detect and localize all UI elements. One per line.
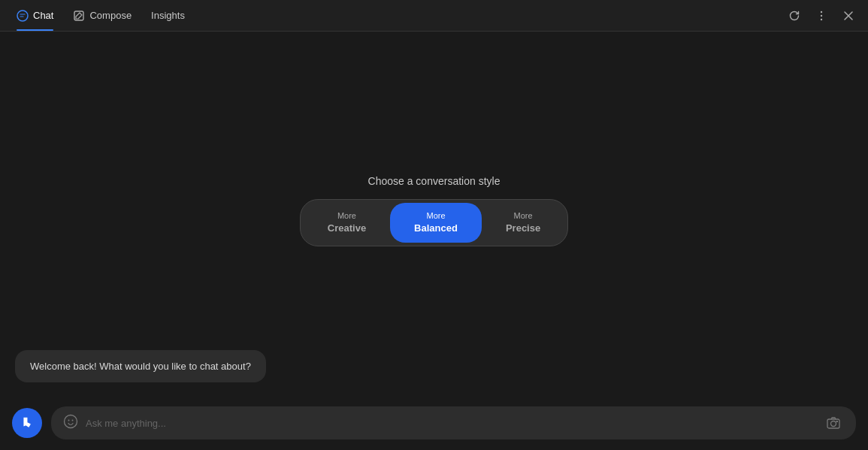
svg-point-9 bbox=[831, 421, 836, 427]
svg-point-0 bbox=[17, 11, 28, 21]
creative-sub-label: More bbox=[337, 210, 356, 222]
svg-point-5 bbox=[65, 415, 77, 427]
style-btn-precise[interactable]: More Precise bbox=[482, 203, 564, 243]
compose-label: Compose bbox=[89, 10, 132, 21]
camera-button[interactable] bbox=[823, 412, 844, 433]
style-btn-creative[interactable]: More Creative bbox=[304, 203, 390, 243]
welcome-message: Welcome back! What would you like to cha… bbox=[30, 361, 251, 372]
smiley-icon bbox=[63, 414, 78, 433]
svg-point-6 bbox=[68, 419, 70, 421]
svg-point-3 bbox=[821, 14, 822, 16]
chat-input[interactable] bbox=[86, 418, 815, 429]
main-content: Choose a conversation style More Creativ… bbox=[0, 32, 868, 450]
refresh-button[interactable] bbox=[784, 5, 805, 26]
balanced-main-label: Balanced bbox=[414, 222, 458, 235]
nav-item-insights[interactable]: Insights bbox=[144, 5, 192, 26]
style-btn-balanced[interactable]: More Balanced bbox=[390, 203, 482, 243]
chat-icon bbox=[17, 10, 29, 22]
svg-rect-10 bbox=[836, 421, 839, 422]
bing-logo-button[interactable] bbox=[12, 408, 42, 438]
nav-item-chat[interactable]: Chat bbox=[9, 5, 61, 26]
input-area bbox=[0, 396, 868, 450]
precise-sub-label: More bbox=[514, 210, 533, 222]
welcome-bubble: Welcome back! What would you like to cha… bbox=[15, 350, 266, 382]
compose-icon bbox=[73, 10, 85, 22]
conversation-style-section: Choose a conversation style More Creativ… bbox=[300, 175, 568, 247]
insights-label: Insights bbox=[151, 10, 185, 21]
close-button[interactable] bbox=[838, 5, 859, 26]
header: Chat Compose Insights bbox=[0, 0, 868, 32]
conversation-style-label: Choose a conversation style bbox=[368, 175, 501, 187]
svg-point-2 bbox=[821, 11, 822, 12]
chat-label: Chat bbox=[33, 10, 53, 21]
balanced-sub-label: More bbox=[426, 210, 445, 222]
svg-point-4 bbox=[821, 18, 822, 20]
svg-point-7 bbox=[72, 419, 74, 421]
svg-rect-8 bbox=[827, 419, 839, 428]
precise-main-label: Precise bbox=[506, 222, 540, 235]
creative-main-label: Creative bbox=[328, 222, 366, 235]
more-options-button[interactable] bbox=[811, 5, 832, 26]
style-buttons-group: More Creative More Balanced More Precise bbox=[300, 199, 568, 247]
header-actions bbox=[784, 5, 859, 26]
nav-bar: Chat Compose Insights bbox=[9, 5, 784, 26]
nav-item-compose[interactable]: Compose bbox=[65, 5, 139, 26]
input-wrapper bbox=[51, 406, 856, 439]
